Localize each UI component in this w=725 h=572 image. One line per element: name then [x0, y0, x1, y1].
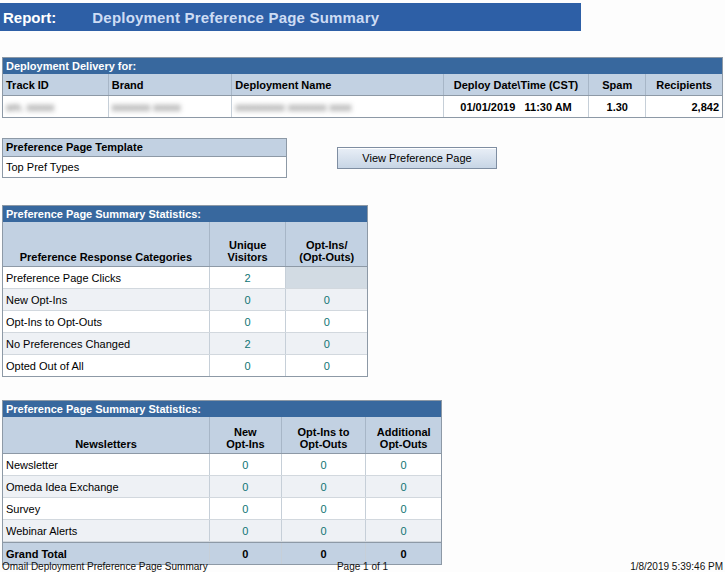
col-header-optins-optouts: Opt-Ins/ (Opt-Outs)	[285, 222, 367, 266]
delivery-column-header-row: Track ID Brand Deployment Name Deploy Da…	[3, 74, 722, 96]
new-optins-value: 0	[209, 476, 281, 497]
new-optins-value: 0	[209, 454, 281, 475]
report-footer: Omail Deployment Preference Page Summary…	[2, 561, 723, 572]
view-preference-page-button[interactable]: View Preference Page	[337, 147, 497, 169]
additional-optouts-value: 0	[365, 476, 441, 497]
col-header-unique-visitors: Unique Visitors	[209, 222, 286, 266]
row-label: Omeda Idea Exchange	[3, 476, 209, 497]
spam-value: 1.30	[588, 96, 645, 117]
optins-optouts-value: 0	[285, 289, 367, 310]
additional-optouts-value: 0	[365, 498, 441, 519]
deploy-datetime-value: 01/01/2019 11:30 AM	[443, 96, 589, 117]
optins-to-optouts-value: 0	[281, 454, 366, 475]
optins-optouts-value: 0	[285, 333, 367, 354]
row-label: New Opt-Ins	[3, 289, 209, 310]
stats1-column-header-row: Preference Response Categories Unique Vi…	[3, 222, 367, 267]
additional-optouts-value: 0	[365, 520, 441, 541]
col-header-track-id: Track ID	[3, 74, 108, 95]
col-header-brand: Brand	[108, 74, 232, 95]
table-row: New Opt-Ins 0 0	[3, 289, 367, 311]
delivery-section-header: Deployment Delivery for:	[3, 58, 722, 74]
col-header-additional-optouts: Additional Opt-Outs	[365, 417, 441, 453]
optins-to-optouts-value: 0	[281, 476, 366, 497]
row-label: Survey	[3, 498, 209, 519]
col-header-deployment-name: Deployment Name	[231, 74, 442, 95]
brand-value: xxxxxxx xxxxx	[108, 96, 232, 117]
stats1-section-header: Preference Page Summary Statistics:	[3, 206, 367, 222]
new-optins-value: 0	[209, 498, 281, 519]
col-header-newsletters: Newsletters	[3, 417, 209, 453]
deployment-name-value: xxxxxxxxx xxxxxxx xxxx	[231, 96, 442, 117]
track-id-value: xm. xxxxx	[3, 96, 108, 117]
table-row: Opt-Ins to Opt-Outs 0 0	[3, 311, 367, 333]
preference-template-value: Top Pref Types	[3, 157, 286, 177]
table-row: No Preferences Changed 2 0	[3, 333, 367, 355]
preference-summary-table-2: Preference Page Summary Statistics: News…	[2, 400, 442, 565]
unique-visitors-value: 0	[209, 355, 286, 376]
col-header-optins-to-optouts: Opt-Ins to Opt-Outs	[281, 417, 366, 453]
stats2-column-header-row: Newsletters New Opt-Ins Opt-Ins to Opt-O…	[3, 417, 441, 454]
preference-template-header: Preference Page Template	[3, 139, 286, 157]
unique-visitors-value: 0	[209, 311, 286, 332]
optins-optouts-value: 0	[285, 355, 367, 376]
preference-template-box: Preference Page Template Top Pref Types	[2, 138, 287, 178]
row-label: Opted Out of All	[3, 355, 209, 376]
optins-optouts-value: 0	[285, 311, 367, 332]
col-header-spam: Spam	[588, 74, 645, 95]
new-optins-value: 0	[209, 520, 281, 541]
optins-to-optouts-value: 0	[281, 520, 366, 541]
additional-optouts-value: 0	[365, 454, 441, 475]
footer-page-number: Page 1 of 1	[242, 561, 482, 572]
optins-optouts-value	[285, 267, 367, 288]
col-header-response-categories: Preference Response Categories	[3, 222, 209, 266]
table-row: Webinar Alerts 0 0 0	[3, 520, 441, 542]
table-row: Preference Page Clicks 2	[3, 267, 367, 289]
delivery-table: Deployment Delivery for: Track ID Brand …	[2, 57, 723, 118]
table-row: Omeda Idea Exchange 0 0 0	[3, 476, 441, 498]
col-header-new-optins: New Opt-Ins	[209, 417, 281, 453]
row-label: Opt-Ins to Opt-Outs	[3, 311, 209, 332]
table-row: Survey 0 0 0	[3, 498, 441, 520]
stats2-section-header: Preference Page Summary Statistics:	[3, 401, 441, 417]
recipients-value: 2,842	[645, 96, 722, 117]
row-label: Webinar Alerts	[3, 520, 209, 541]
col-header-deploy-datetime: Deploy Date\Time (CST)	[443, 74, 589, 95]
preference-summary-table-1: Preference Page Summary Statistics: Pref…	[2, 205, 368, 377]
optins-to-optouts-value: 0	[281, 498, 366, 519]
row-label: No Preferences Changed	[3, 333, 209, 354]
unique-visitors-value: 2	[209, 267, 286, 288]
table-row: Opted Out of All 0 0	[3, 355, 367, 376]
unique-visitors-value: 2	[209, 333, 286, 354]
row-label: Preference Page Clicks	[3, 267, 209, 288]
row-label: Newsletter	[3, 454, 209, 475]
col-header-recipients: Recipients	[645, 74, 722, 95]
footer-timestamp: 1/8/2019 5:39:46 PM	[483, 561, 723, 572]
delivery-data-row: xm. xxxxx xxxxxxx xxxxx xxxxxxxxx xxxxxx…	[3, 96, 722, 117]
footer-report-name: Omail Deployment Preference Page Summary	[2, 561, 242, 572]
report-title-bar: Report: Deployment Preference Page Summa…	[0, 3, 581, 31]
table-row: Newsletter 0 0 0	[3, 454, 441, 476]
page-title: Deployment Preference Page Summary	[92, 9, 379, 26]
report-label: Report:	[0, 9, 56, 26]
unique-visitors-value: 0	[209, 289, 286, 310]
